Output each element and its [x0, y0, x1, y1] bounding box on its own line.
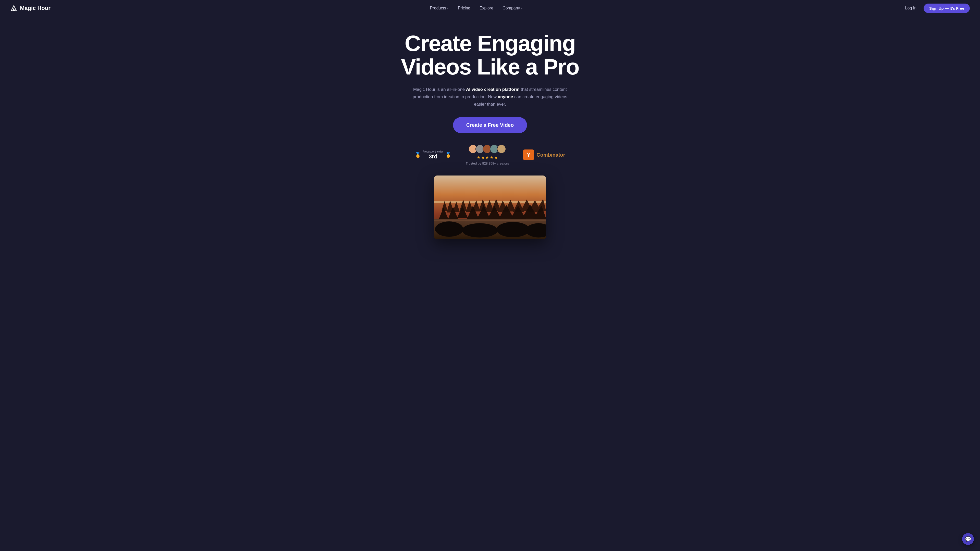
chat-widget-button[interactable]: 💬: [962, 533, 974, 545]
star-2: ★: [481, 155, 485, 160]
logo-text: Magic Hour: [20, 5, 51, 11]
star-3: ★: [485, 155, 489, 160]
nav-pricing[interactable]: Pricing: [454, 4, 474, 13]
signup-button[interactable]: Sign Up — It's Free: [924, 3, 970, 13]
hero-title: Create Engaging Videos Like a Pro: [375, 32, 605, 79]
logo-icon: [10, 5, 18, 12]
star-4: ★: [490, 155, 493, 160]
video-thumbnail: [434, 176, 546, 239]
landscape-svg: [434, 176, 546, 239]
yc-badge: Y Combinator: [523, 149, 565, 160]
nav-products[interactable]: Products ▾: [426, 4, 452, 13]
nav-right: Log In Sign Up — It's Free: [902, 3, 970, 13]
trusted-section: ★ ★ ★ ★ ★ Trusted by 828,358+ creators: [466, 144, 509, 165]
login-link[interactable]: Log In: [902, 4, 920, 13]
svg-marker-1: [13, 8, 15, 11]
video-preview[interactable]: [434, 176, 546, 239]
laurel-left-icon: 🏅: [415, 152, 421, 158]
star-5: ★: [494, 155, 498, 160]
logo[interactable]: Magic Hour: [10, 5, 51, 12]
ph-rank: 3rd: [429, 153, 438, 160]
create-video-button[interactable]: Create a Free Video: [453, 117, 527, 133]
svg-point-33: [435, 221, 463, 237]
nav-center: Products ▾ Pricing Explore Company ▾: [426, 4, 526, 13]
laurel-right-icon: 🏅: [445, 152, 452, 158]
navbar: Magic Hour Products ▾ Pricing Explore Co…: [0, 0, 980, 16]
hero-section: Create Engaging Videos Like a Pro Magic …: [0, 16, 980, 249]
svg-point-34: [462, 223, 498, 238]
avatar-5: [497, 144, 506, 154]
chat-icon: 💬: [965, 536, 971, 542]
trusted-text: Trusted by 828,358+ creators: [466, 162, 509, 165]
social-proof-row: 🏅 Product of the day 3rd 🏅 ★ ★ ★: [415, 144, 565, 165]
stars-row: ★ ★ ★ ★ ★: [477, 155, 498, 160]
nav-company[interactable]: Company ▾: [499, 4, 526, 13]
products-chevron-icon: ▾: [447, 6, 449, 10]
product-hunt-badge: 🏅 Product of the day 3rd 🏅: [415, 150, 451, 160]
svg-rect-30: [434, 220, 546, 221]
yc-logo-icon: Y: [523, 149, 534, 160]
star-1: ★: [477, 155, 480, 160]
company-chevron-icon: ▾: [521, 6, 523, 10]
ph-label: Product of the day: [423, 150, 443, 153]
svg-point-35: [496, 222, 530, 237]
nav-explore[interactable]: Explore: [476, 4, 497, 13]
yc-name: Combinator: [536, 152, 565, 158]
avatar-row: [468, 144, 506, 154]
hero-subtitle: Magic Hour is an all-in-one AI video cre…: [411, 86, 569, 108]
